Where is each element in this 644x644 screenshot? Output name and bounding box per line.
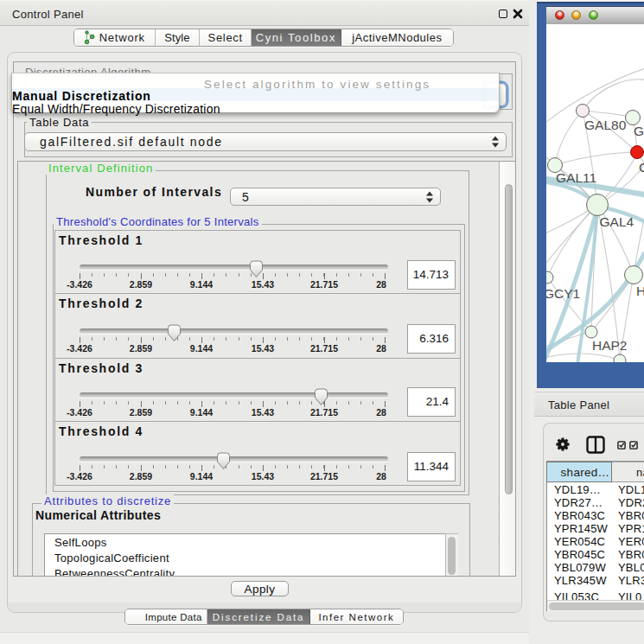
svg-text:GAL80: GAL80 [584, 118, 627, 132]
svg-text:HAP2: HAP2 [592, 338, 628, 353]
svg-text:GA: GA [634, 124, 644, 138]
svg-text:GAL11: GAL11 [556, 170, 596, 185]
svg-text:GAL4: GAL4 [600, 214, 634, 229]
svg-text:H: H [636, 284, 644, 298]
svg-text:GCY1: GCY1 [546, 286, 580, 301]
svg-text:C: C [639, 160, 644, 175]
